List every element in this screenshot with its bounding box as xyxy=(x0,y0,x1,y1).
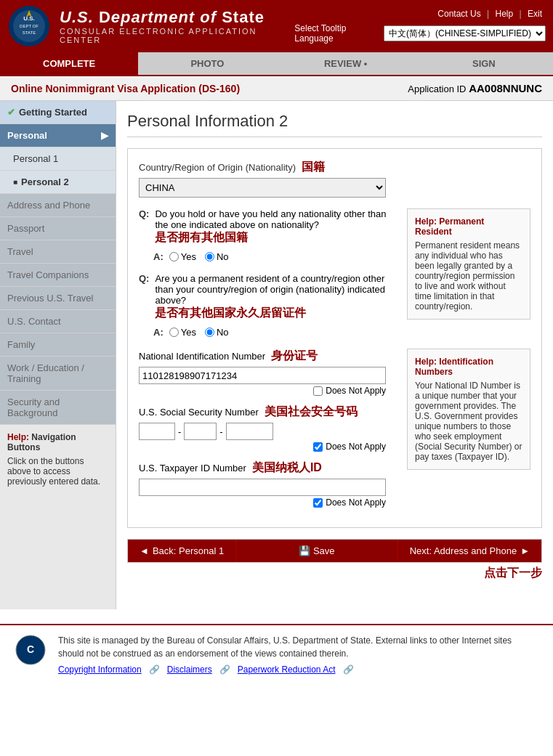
ssn-part1-input[interactable] xyxy=(139,423,175,440)
main-layout: ✔ Getting Started Personal ▶ Personal 1 … xyxy=(0,101,553,609)
form-main: Q: Do you hold or have you held any nati… xyxy=(139,208,396,349)
contact-link[interactable]: Contact Us xyxy=(437,9,480,19)
dept-state: State xyxy=(222,8,265,26)
national-id-label: National Identification Number 身份证号 xyxy=(139,349,396,364)
disclaimers-link[interactable]: Disclaimers xyxy=(167,663,212,676)
svg-text:DEPT OF: DEPT OF xyxy=(20,24,39,28)
q2-no-radio[interactable] xyxy=(205,328,214,337)
national-id-input[interactable] xyxy=(139,367,386,384)
appid-bar: Online Nonimmigrant Visa Application (DS… xyxy=(0,76,553,101)
q2-radio-group: Yes No xyxy=(169,327,229,338)
q2-yes-radio[interactable] xyxy=(169,328,179,337)
arrow-right-icon: ► xyxy=(520,545,530,556)
sidebar-item-passport[interactable]: Passport xyxy=(0,217,116,240)
nationality-row: Country/Region of Origin (Nationality) 国… xyxy=(139,160,530,198)
sidebar-item-travel-companions[interactable]: Travel Companions xyxy=(0,264,116,287)
sidebar-item-previous-us-travel[interactable]: Previous U.S. Travel xyxy=(0,287,116,310)
exit-link[interactable]: Exit xyxy=(528,9,542,19)
tab-complete[interactable]: COMPLETE xyxy=(0,52,138,75)
next-button-cn-annotation: 点击下一步 xyxy=(127,566,542,581)
national-id-dna-checkbox[interactable] xyxy=(313,386,323,396)
taxpayer-row: U.S. Taxpayer ID Number 美国纳税人ID Does Not… xyxy=(139,460,396,508)
sidebar-item-address-phone[interactable]: Address and Phone xyxy=(0,194,116,217)
taxpayer-dna: Does Not Apply xyxy=(139,497,386,508)
nationality-label: Country/Region of Origin (Nationality) 国… xyxy=(139,160,530,175)
footer-links: Copyright Information 🔗 Disclaimers 🔗 Pa… xyxy=(58,663,538,676)
ssn-part3-input[interactable] xyxy=(226,423,273,440)
sidebar-item-personal1[interactable]: Personal 1 xyxy=(0,147,116,171)
q1-question: Q: Do you hold or have you held any nati… xyxy=(139,208,396,245)
q2-question: Q: Are you a permanent resident of a cou… xyxy=(139,273,396,321)
q1-radio-group: Yes No xyxy=(169,251,229,262)
next-button[interactable]: Next: Address and Phone ► xyxy=(398,540,541,562)
q2-yes-option[interactable]: Yes xyxy=(169,327,196,338)
help-box-id-numbers: Help: Identification Numbers Your Nation… xyxy=(407,349,530,516)
taxpayer-input[interactable] xyxy=(139,479,386,496)
sidebar-item-travel[interactable]: Travel xyxy=(0,240,116,264)
sidebar-help: Help: Navigation Buttons Click on the bu… xyxy=(0,425,116,494)
sidebar-item-work-education[interactable]: Work / Education / Training xyxy=(0,357,116,391)
q1-yes-radio[interactable] xyxy=(169,252,179,261)
national-id-section: National Identification Number 身份证号 Does… xyxy=(139,349,530,516)
back-button[interactable]: ◄ Back: Personal 1 xyxy=(128,540,235,562)
help-panel-id-numbers: Help: Identification Numbers Your Nation… xyxy=(407,349,530,470)
save-button[interactable]: 💾 Save xyxy=(235,540,398,562)
q2-block: Q: Are you a permanent resident of a cou… xyxy=(139,273,396,338)
header-links: Contact Us | Help | Exit xyxy=(434,9,546,19)
lang-label: Select Tooltip Language xyxy=(294,23,379,44)
header: U.S. DEPT OF STATE U.S. Department of St… xyxy=(0,0,553,52)
sidebar-help-body: Click on the buttons above to access pre… xyxy=(7,456,108,487)
sidebar-item-security-background[interactable]: Security and Background xyxy=(0,391,116,425)
ssn-dna: Does Not Apply xyxy=(139,442,386,452)
sidebar-help-title: Help: Navigation Buttons xyxy=(7,432,108,452)
sidebar-item-getting-started[interactable]: ✔ Getting Started xyxy=(0,101,116,124)
content-with-help: Q: Do you hold or have you held any nati… xyxy=(139,208,530,349)
footer-body: This site is managed by the Bureau of Co… xyxy=(58,634,538,660)
q1-yes-option[interactable]: Yes xyxy=(169,251,196,262)
sidebar: ✔ Getting Started Personal ▶ Personal 1 … xyxy=(0,101,116,609)
nav-tabs: COMPLETE PHOTO REVIEW SIGN xyxy=(0,52,553,76)
tab-review[interactable]: REVIEW xyxy=(277,52,415,75)
national-id-dna: Does Not Apply xyxy=(139,386,386,396)
q1-block: Q: Do you hold or have you held any nati… xyxy=(139,208,396,262)
taxpayer-dna-checkbox[interactable] xyxy=(313,498,323,508)
dept-name: U.S. Department of State xyxy=(60,8,294,27)
nationality-select[interactable]: CHINA xyxy=(139,178,386,198)
tab-photo[interactable]: PHOTO xyxy=(138,52,276,75)
content-area: Personal Information 2 Country/Region of… xyxy=(116,101,553,609)
copyright-link[interactable]: Copyright Information xyxy=(58,663,142,676)
svg-text:U.S.: U.S. xyxy=(23,15,35,22)
q1-answer: A: Yes No xyxy=(153,251,396,262)
paperwork-link[interactable]: Paperwork Reduction Act xyxy=(238,663,336,676)
q2-answer: A: Yes No xyxy=(153,327,396,338)
sidebar-item-personal[interactable]: Personal ▶ xyxy=(0,124,116,147)
national-id-main: National Identification Number 身份证号 Does… xyxy=(139,349,396,516)
footer-text-block: This site is managed by the Bureau of Co… xyxy=(58,634,538,676)
ssn-row: U.S. Social Security Number 美国社会安全号码 - - xyxy=(139,405,396,452)
state-dept-logo: U.S. DEPT OF STATE xyxy=(7,4,51,48)
lang-dropdown[interactable]: 中文(简体）(CHINESE-SIMPLIFIED) xyxy=(384,25,546,41)
ssn-dna-checkbox[interactable] xyxy=(313,442,323,452)
sidebar-item-personal2[interactable]: Personal 2 xyxy=(0,171,116,194)
language-selector[interactable]: Select Tooltip Language 中文(简体）(CHINESE-S… xyxy=(294,23,546,44)
dept-name-text: D xyxy=(99,8,111,26)
ssn-label: U.S. Social Security Number 美国社会安全号码 xyxy=(139,405,396,420)
help-link[interactable]: Help xyxy=(495,9,513,19)
q2-no-option[interactable]: No xyxy=(205,327,229,338)
national-id-row: National Identification Number 身份证号 Does… xyxy=(139,349,396,396)
taxpayer-label: U.S. Taxpayer ID Number 美国纳税人ID xyxy=(139,460,396,476)
save-icon: 💾 xyxy=(299,545,310,556)
sub-title: CONSULAR ELECTRONIC APPLICATION CENTER xyxy=(60,27,294,44)
q1-no-option[interactable]: No xyxy=(205,251,229,262)
sidebar-item-us-contact[interactable]: U.S. Contact xyxy=(0,310,116,333)
arrow-left-icon: ◄ xyxy=(140,545,149,556)
tab-sign[interactable]: SIGN xyxy=(415,52,553,75)
bottom-nav: ◄ Back: Personal 1 💾 Save Next: Address … xyxy=(127,539,542,563)
svg-text:C: C xyxy=(27,643,34,655)
sidebar-item-family[interactable]: Family xyxy=(0,333,116,357)
application-id: Application ID AA008NNUNC xyxy=(408,82,542,94)
q1-no-radio[interactable] xyxy=(205,252,214,261)
help-box-permanent-resident: Help: Permanent Resident Permanent resid… xyxy=(407,208,530,349)
footer: C This site is managed by the Bureau of … xyxy=(0,624,553,685)
ssn-part2-input[interactable] xyxy=(184,423,217,440)
